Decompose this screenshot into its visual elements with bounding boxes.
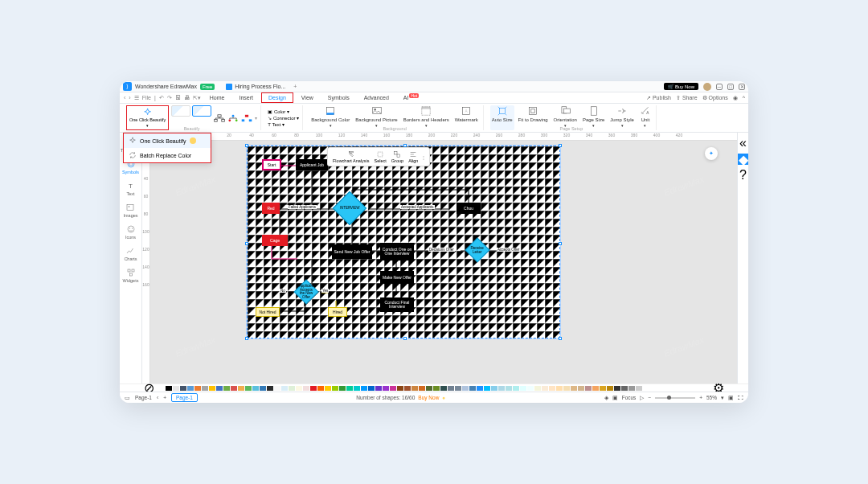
buy-now-button[interactable]: 🛒 Buy Now (664, 83, 698, 90)
tab-design[interactable]: Design (261, 92, 293, 103)
color-swatch[interactable] (245, 386, 252, 391)
fit-to-drawing-button[interactable]: Fit to Drawing (517, 105, 550, 130)
unit-button[interactable]: A Unit▾ (638, 105, 653, 130)
help-panel-button[interactable]: ? (738, 170, 749, 181)
select-button[interactable]: Select (373, 150, 388, 163)
page-tab[interactable]: Page-1 (171, 393, 198, 402)
color-swatch[interactable] (578, 386, 584, 391)
tab-ai[interactable]: AIHot (397, 93, 425, 102)
focus-icon[interactable]: ▣ (612, 395, 618, 401)
color-swatch[interactable] (375, 386, 382, 391)
color-swatch[interactable] (513, 386, 519, 391)
focus-label[interactable]: Focus (622, 395, 637, 400)
panel-charts[interactable]: Charts (124, 246, 137, 261)
color-swatch[interactable] (346, 386, 353, 391)
color-swatch[interactable] (628, 386, 635, 391)
color-dropdown[interactable]: ▣ Color ▾ (268, 109, 299, 114)
page-add[interactable]: + (163, 395, 166, 400)
color-swatch[interactable] (368, 386, 375, 391)
color-swatch[interactable] (274, 386, 280, 391)
group-button[interactable]: Group (390, 150, 405, 163)
fullscreen-icon[interactable]: ⛶ (738, 395, 743, 400)
color-swatch[interactable] (180, 386, 186, 391)
color-swatch[interactable] (194, 386, 201, 391)
org-chart-icon-1[interactable] (214, 114, 225, 122)
color-swatch[interactable] (448, 386, 454, 391)
undo-button[interactable]: ↶ (158, 95, 165, 101)
shape-make-offer[interactable]: Make New Offer (380, 271, 414, 284)
dropdown-one-click-beautify[interactable]: One Click Beautify (124, 133, 211, 148)
color-swatch[interactable] (571, 386, 577, 391)
theme-preset-1[interactable] (171, 105, 190, 117)
color-swatch[interactable] (491, 386, 497, 391)
theme-preset-2[interactable] (192, 105, 211, 117)
dropdown-batch-replace-color[interactable]: Batch Replace Color (124, 148, 211, 162)
shape-send-offer[interactable]: Send New Job Offer (332, 244, 372, 259)
shape-start[interactable]: Start (262, 159, 281, 170)
color-swatch[interactable] (325, 386, 331, 391)
canvas-area[interactable]: -40-200204060801001201401601802002202402… (142, 133, 737, 384)
buy-now-link[interactable]: Buy Now (418, 395, 439, 400)
color-swatch[interactable] (303, 386, 309, 391)
color-swatch[interactable] (440, 386, 447, 391)
shape-applicant[interactable]: Applicant Job (296, 159, 328, 170)
panel-widgets[interactable]: Widgets (123, 268, 139, 283)
shape-red1[interactable]: Red (262, 203, 280, 214)
color-swatch[interactable] (390, 386, 396, 391)
auto-size-button[interactable]: Auto Size (490, 105, 514, 130)
color-swatch[interactable] (520, 386, 526, 391)
tab-insert[interactable]: Insert (232, 93, 260, 102)
collapse-right-icon[interactable]: « (738, 137, 749, 149)
text-dropdown[interactable]: T Text ▾ (268, 121, 299, 127)
menu-icon[interactable]: ☰ (133, 95, 140, 101)
shape-hired[interactable]: Hired (328, 307, 347, 317)
color-swatch[interactable] (216, 386, 223, 391)
shape-red2[interactable]: Cage (262, 235, 288, 246)
color-swatch[interactable] (419, 386, 425, 391)
shape-conduct-final[interactable]: Conduct Final Interview (380, 297, 414, 312)
color-swatch[interactable] (281, 386, 288, 391)
color-swatch[interactable] (158, 386, 165, 391)
background-color-button[interactable]: Background Color▾ (309, 105, 351, 130)
zoom-slider[interactable] (655, 397, 695, 399)
color-swatch[interactable] (556, 386, 563, 391)
color-swatch[interactable] (563, 386, 570, 391)
jump-style-button[interactable]: Jump Style▾ (608, 105, 636, 130)
page-size-button[interactable]: Page Size▾ (581, 105, 606, 130)
collapse-ribbon-icon[interactable]: ^ (743, 95, 745, 100)
theme-more[interactable]: ▾ (255, 115, 257, 121)
share-button[interactable]: ⇪ Share (676, 95, 698, 101)
color-swatch[interactable] (607, 386, 613, 391)
color-swatch[interactable] (484, 386, 490, 391)
redo-button[interactable]: ↷ (166, 95, 173, 101)
shape-not-hired[interactable]: Not Hired (256, 307, 280, 317)
minimize-button[interactable]: ─ (716, 84, 723, 90)
connector-dropdown[interactable]: ↘ Connector ▾ (268, 115, 299, 121)
new-tab-button[interactable]: + (293, 84, 297, 89)
org-chart-icon-3[interactable] (241, 114, 252, 122)
color-swatch[interactable] (621, 386, 628, 391)
tab-advanced[interactable]: Advanced (358, 93, 395, 102)
color-swatch[interactable] (397, 386, 403, 391)
layers-icon[interactable]: ◈ (604, 395, 608, 401)
color-swatch[interactable] (166, 386, 172, 391)
shape-receive[interactable]: Receive Letter (465, 237, 489, 262)
color-swatch[interactable] (317, 386, 324, 391)
color-swatch[interactable] (267, 386, 273, 391)
color-swatch[interactable] (404, 386, 411, 391)
color-swatch[interactable] (477, 386, 483, 391)
format-panel-button[interactable]: ◆ (738, 154, 749, 165)
file-menu[interactable]: File (141, 95, 152, 100)
zoom-dropdown[interactable]: ▾ (721, 395, 724, 401)
tab-view[interactable]: View (295, 93, 320, 102)
zoom-level[interactable]: 55% (706, 395, 717, 400)
color-swatch[interactable] (310, 386, 317, 391)
color-swatch[interactable] (462, 386, 469, 391)
maximize-button[interactable]: □ (727, 84, 734, 90)
tab-symbols[interactable]: Symbols (321, 93, 356, 102)
page-list-icon[interactable]: ▭ (125, 395, 130, 401)
color-swatch[interactable] (173, 386, 179, 391)
color-swatch[interactable] (231, 386, 237, 391)
back-button[interactable]: ‹ (123, 95, 126, 100)
color-swatch[interactable] (411, 386, 418, 391)
